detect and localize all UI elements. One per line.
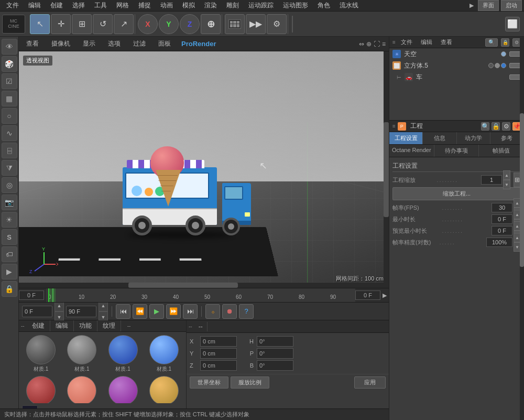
menu-pipeline[interactable]: 流水线: [335, 0, 363, 11]
pb-step-fwd-btn[interactable]: ⏩: [166, 304, 181, 319]
scale-btn[interactable]: 服放比例: [231, 376, 269, 389]
vp-view-btn[interactable]: 查看: [22, 38, 43, 49]
viewport-scroll-thumb-v[interactable]: [384, 122, 389, 217]
sidebar-light-btn[interactable]: ☀: [2, 212, 17, 228]
pb-help-btn[interactable]: ?: [239, 304, 254, 319]
pb-go-end-btn[interactable]: ⏭: [183, 304, 198, 319]
sidebar-tag-btn[interactable]: 🏷: [2, 246, 17, 262]
menu-snap[interactable]: 捕捉: [134, 0, 155, 11]
obj-file-btn[interactable]: 文件: [398, 38, 416, 47]
sidebar-deform-btn[interactable]: ⧩: [2, 160, 17, 176]
pb-play-btn[interactable]: ▶: [149, 304, 164, 319]
sidebar-anim-btn[interactable]: ▶: [2, 264, 17, 279]
vp-scale-icon[interactable]: ⊕: [366, 40, 372, 48]
sidebar-lock-btn[interactable]: 🔒: [2, 281, 17, 297]
w-axis-btn[interactable]: ⊕: [201, 14, 221, 34]
menu-render[interactable]: 渲染: [200, 0, 221, 11]
render-btn[interactable]: [225, 14, 245, 34]
viewport-scrollbar-h[interactable]: [19, 283, 384, 288]
menu-file[interactable]: 文件: [2, 0, 23, 11]
startup-btn[interactable]: 启动: [501, 0, 522, 11]
coord-b-input[interactable]: [257, 360, 293, 371]
menu-sculpt[interactable]: 雕刻: [222, 0, 243, 11]
attr-fpsacc-input[interactable]: [486, 238, 512, 247]
attr-tab-dynamics[interactable]: 动力学: [457, 132, 490, 144]
obj-sky[interactable]: ☀ 天空: [389, 48, 524, 60]
tl-start-frame[interactable]: 0 F: [19, 290, 44, 300]
menu-mesh[interactable]: 网格: [112, 0, 133, 11]
obj-car[interactable]: ⊢ 🚗 车: [389, 71, 524, 83]
obj-search-btn[interactable]: 🔍: [485, 38, 498, 47]
y-axis-btn[interactable]: Y: [159, 14, 179, 34]
attr-tab-todo[interactable]: 待办事项: [434, 145, 479, 157]
x-axis-btn[interactable]: X: [138, 14, 158, 34]
material-item-5[interactable]: 材质.1: [21, 375, 61, 403]
vp-menu-icon[interactable]: ≡: [382, 40, 386, 48]
menu-edit[interactable]: 编辑: [24, 0, 45, 11]
viewport-scrollbar-v[interactable]: [384, 51, 389, 288]
render-settings-btn[interactable]: ⚙: [267, 14, 287, 34]
sidebar-env-btn[interactable]: ◎: [2, 177, 17, 193]
pb-end-field[interactable]: 90 F: [66, 306, 96, 317]
vp-move-icon[interactable]: ⇔: [359, 40, 364, 48]
pb-record-btn[interactable]: ⏺: [222, 304, 237, 319]
sidebar-circle-btn[interactable]: ○: [2, 108, 17, 124]
menu-character[interactable]: 角色: [313, 0, 334, 11]
attr-scale-input[interactable]: [481, 175, 502, 185]
obj-cube[interactable]: ⬜ 立方体.5: [389, 60, 524, 71]
coord-y-input[interactable]: [200, 348, 237, 359]
attr-scale-down[interactable]: ▼: [503, 180, 510, 189]
move-tool-btn[interactable]: ✛: [51, 14, 71, 34]
coord-x-input[interactable]: [200, 336, 237, 347]
material-item-6[interactable]: 材质.1: [62, 375, 102, 403]
rotate-tool-btn[interactable]: ↺: [93, 14, 113, 34]
attr-gear-btn[interactable]: ⚙: [502, 122, 510, 131]
menu-motiontrack[interactable]: 运动跟踪: [244, 0, 278, 11]
obj-edit-btn[interactable]: 编辑: [418, 38, 435, 47]
attr-scale-up[interactable]: ▲: [503, 170, 510, 180]
mat-tab-create[interactable]: 创建: [27, 320, 50, 331]
pb-go-start-btn[interactable]: ⏮: [116, 304, 130, 319]
attr-lock-btn[interactable]: 🔒: [492, 122, 500, 131]
tl-end-frame[interactable]: 0 F: [355, 290, 380, 300]
menu-select[interactable]: 选择: [68, 0, 89, 11]
interface-btn[interactable]: 界面: [478, 0, 499, 11]
menu-motiongraph[interactable]: 运动图形: [279, 0, 312, 11]
z-axis-btn[interactable]: Z: [180, 14, 200, 34]
coord-h-input[interactable]: [257, 336, 293, 347]
obj-view-btn[interactable]: 查看: [438, 38, 455, 47]
material-item-8[interactable]: 材质.1: [144, 375, 184, 403]
sidebar-s-btn[interactable]: S: [2, 229, 17, 245]
pb-keyframe-btn[interactable]: ⬦: [205, 304, 220, 319]
viewport-scroll-thumb-h[interactable]: [128, 283, 238, 288]
sidebar-body-btn[interactable]: ⌸: [2, 143, 17, 158]
menu-tools[interactable]: 工具: [90, 0, 111, 11]
material-item-4[interactable]: 材质.1: [144, 334, 184, 374]
mat-tab-edit[interactable]: 编辑: [50, 320, 74, 331]
vp-camera-btn[interactable]: 摄像机: [47, 38, 74, 49]
coord-p-input[interactable]: [257, 348, 293, 359]
material-item-2[interactable]: 材质.1: [62, 334, 102, 374]
mat-tab-func[interactable]: 功能: [74, 320, 97, 331]
tl-scroll-right[interactable]: ▶: [383, 292, 387, 299]
select-tool-btn[interactable]: ↖: [30, 14, 50, 34]
props-mode-btn[interactable]: --: [194, 322, 208, 331]
material-item-1[interactable]: 材质.1: [21, 334, 61, 374]
menu-simulate[interactable]: 模拟: [178, 0, 199, 11]
scale-tool-btn[interactable]: ⊞: [72, 14, 92, 34]
right-panel-scrollbar[interactable]: [520, 37, 524, 420]
coord-z-input[interactable]: [200, 360, 237, 371]
menu-create[interactable]: 创建: [46, 0, 67, 11]
vp-display-btn[interactable]: 显示: [79, 38, 100, 49]
attr-tab-info[interactable]: 信息: [423, 132, 456, 144]
transform-tool-btn[interactable]: ↗: [114, 14, 134, 34]
obj-lock-btn[interactable]: 🔒: [501, 38, 509, 47]
material-item-7[interactable]: 材质.1: [103, 375, 143, 403]
menu-animate[interactable]: 动画: [156, 0, 177, 11]
attr-tab-project[interactable]: 工程设置: [389, 132, 423, 144]
vp-filter-btn[interactable]: 过滤: [129, 38, 150, 49]
attr-tab-ref[interactable]: 参考: [490, 132, 524, 144]
vp-options-btn[interactable]: 选项: [104, 38, 125, 49]
mat-tab-tex[interactable]: 纹理: [97, 320, 121, 331]
sidebar-view-btn[interactable]: 👁: [2, 39, 17, 55]
